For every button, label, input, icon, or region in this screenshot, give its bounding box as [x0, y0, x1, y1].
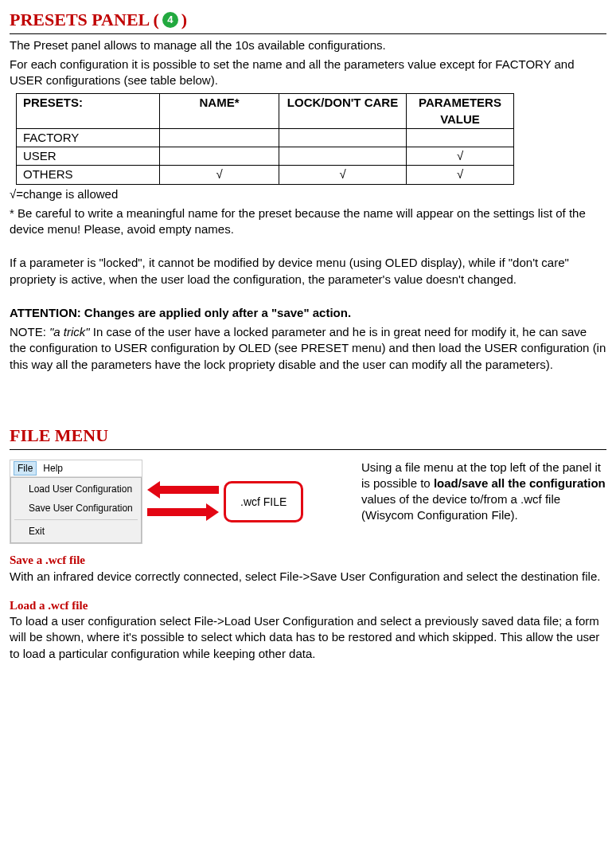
menu-dropdown: Load User Configuration Save User Config… — [10, 477, 142, 544]
cell: OTHERS — [17, 166, 160, 184]
arrow-left-icon — [147, 481, 219, 499]
menu-bar-file: File — [14, 461, 37, 475]
load-wcf-heading: Load a .wcf file — [10, 597, 606, 613]
heading-prefix: PRESETS PANEL ( — [10, 8, 159, 32]
cell — [279, 128, 407, 147]
menu-bar-help: Help — [43, 462, 63, 475]
side-text-bold: load/save all the configuration — [434, 476, 606, 490]
cell: √ — [160, 166, 279, 184]
intro-line-2: For each configuration it is possible to… — [10, 57, 606, 89]
cell: USER — [17, 147, 160, 166]
menu-separator — [14, 519, 138, 520]
th-params: PARAMETERS VALUE — [407, 94, 514, 129]
th-name: NAME* — [160, 94, 279, 129]
table-row: OTHERS √ √ √ — [17, 166, 514, 184]
arrows-icon — [147, 478, 219, 526]
menu-item-save: Save User Configuration — [11, 499, 141, 518]
table-row: USER √ — [17, 147, 514, 166]
intro-line-1: The Preset panel allows to manage all th… — [10, 37, 606, 53]
menu-item-exit: Exit — [11, 522, 141, 541]
wcf-file-box: .wcf FILE — [224, 481, 303, 523]
file-menu-side-text: Using a file menu at the top left of the… — [361, 460, 606, 524]
th-presets: PRESETS: — [17, 94, 160, 129]
note-trick: NOTE: "a trick" In case of the user have… — [10, 324, 606, 373]
note-trick-rest: In case of the user have a locked parame… — [10, 325, 606, 371]
note-label: NOTE: — [10, 325, 49, 338]
locked-paragraph: If a parameter is "locked", it cannot be… — [10, 255, 606, 288]
note-trick-em: "a trick" — [49, 325, 90, 338]
file-menu-heading: FILE MENU — [10, 424, 606, 450]
th-lock: LOCK/DON'T CARE — [279, 94, 407, 129]
table-row: FACTORY — [17, 128, 514, 147]
save-wcf-body: With an infrared device correctly connec… — [10, 569, 606, 585]
table-header-row: PRESETS: NAME* LOCK/DON'T CARE PARAMETER… — [17, 94, 514, 129]
save-wcf-heading: Save a .wcf file — [10, 552, 606, 568]
cell — [279, 147, 407, 166]
cell: √ — [407, 147, 514, 166]
heading-suffix: ) — [181, 8, 187, 32]
presets-table: PRESETS: NAME* LOCK/DON'T CARE PARAMETER… — [16, 93, 514, 184]
load-wcf-body: To load a user configuration select File… — [10, 613, 606, 662]
name-star-note: * Be careful to write a meaningful name … — [10, 205, 606, 238]
file-menu-illustration: File Help Load User Configuration Save U… — [10, 460, 352, 545]
file-menu-illustration-row: File Help Load User Configuration Save U… — [10, 460, 606, 545]
cell — [160, 128, 279, 147]
file-menu-heading-text: FILE MENU — [10, 424, 108, 448]
cell — [160, 147, 279, 166]
table-legend: √=change is allowed — [10, 186, 606, 202]
arrow-right-icon — [147, 503, 219, 521]
menu-screenshot: File Help Load User Configuration Save U… — [10, 460, 142, 545]
menu-item-load: Load User Configuration — [11, 479, 141, 499]
cell: √ — [407, 166, 514, 184]
cell: √ — [279, 166, 407, 184]
side-text-post: values of the device to/from a .wcf file… — [361, 492, 560, 522]
heading-badge-icon: 4 — [162, 12, 178, 28]
menu-bar: File Help — [10, 460, 142, 477]
cell: FACTORY — [17, 128, 160, 147]
presets-panel-heading: PRESETS PANEL ( 4 ) — [10, 8, 606, 34]
attention-line: ATTENTION: Changes are applied only afte… — [10, 305, 606, 321]
cell — [407, 128, 514, 147]
